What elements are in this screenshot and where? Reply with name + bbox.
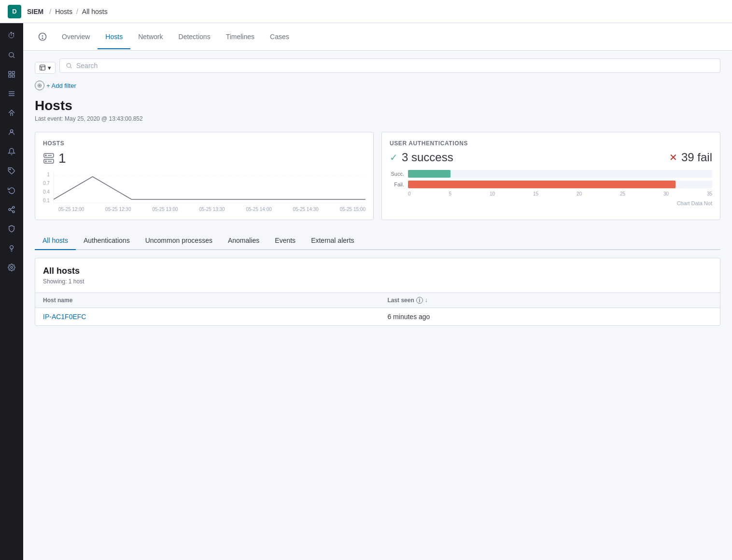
- sidebar-user-icon[interactable]: [3, 124, 20, 141]
- section-tabs: All hosts Authentications Uncommon proce…: [35, 232, 720, 250]
- hosts-table: Host name Last seen i ↓: [35, 293, 720, 325]
- sidebar-list-icon[interactable]: [3, 85, 20, 102]
- bar-row-fail: Fail.: [390, 181, 712, 188]
- tab-events[interactable]: Events: [267, 232, 303, 250]
- search-bar: [59, 58, 720, 73]
- tab-hosts[interactable]: Hosts: [98, 25, 130, 49]
- tab-uncommon-processes[interactable]: Uncommon processes: [138, 232, 220, 250]
- svg-point-28: [45, 161, 46, 162]
- sidebar-dashboard-icon[interactable]: [3, 66, 20, 83]
- svg-line-14: [11, 210, 13, 211]
- nav-tabs: Overview Hosts Network Detections Timeli…: [23, 23, 732, 51]
- sidebar-connect-icon[interactable]: [3, 201, 20, 218]
- svg-point-16: [10, 246, 14, 249]
- filter-icon[interactable]: ⊕: [35, 81, 44, 90]
- auth-fail: ✕ 39 fail: [669, 151, 712, 164]
- table-header-row: Host name Last seen i ↓: [35, 293, 720, 308]
- auth-card-title: User authentications: [390, 140, 712, 147]
- main-content: Overview Hosts Network Detections Timeli…: [23, 23, 732, 560]
- bar-row-success: Succ.: [390, 170, 712, 178]
- sidebar-clock-icon[interactable]: ⏱: [3, 27, 20, 44]
- hosts-line-chart: 1 0.7 0.4 0.1: [43, 172, 366, 212]
- host-name-cell: IP-AC1F0EFC: [35, 308, 380, 326]
- auth-stats: ✓ 3 success ✕ 39 fail: [390, 151, 712, 164]
- sidebar-bulb-icon[interactable]: [3, 239, 20, 257]
- sidebar: ⏱: [0, 23, 23, 560]
- auth-bar-chart: Succ. Fail. 0: [390, 170, 712, 196]
- hosts-stat-card: Hosts 1: [35, 132, 374, 220]
- tab-external-alerts[interactable]: External alerts: [303, 232, 362, 250]
- table-subtitle: Showing: 1 host: [43, 278, 712, 285]
- all-hosts-table-card: All hosts Showing: 1 host Host name: [35, 258, 720, 326]
- bar-fill-fail: [408, 181, 676, 188]
- nav-security-icon: [35, 23, 50, 50]
- svg-line-1: [13, 56, 14, 58]
- svg-point-0: [9, 53, 14, 57]
- breadcrumb-sep-1: /: [49, 8, 51, 15]
- app-logo: D: [8, 5, 21, 18]
- svg-line-24: [70, 67, 72, 69]
- auth-stat-card: User authentications ✓ 3 success ✕ 39 fa…: [381, 132, 720, 220]
- bar-x-labels: 0 5 10 15 20 25 30 35: [390, 191, 712, 196]
- sidebar-tag-icon[interactable]: [3, 162, 20, 180]
- top-bar: D SIEM / Hosts / All hosts: [0, 0, 732, 23]
- sidebar-bell-icon[interactable]: [3, 143, 20, 160]
- th-host-name: Host name: [35, 293, 380, 308]
- info-icon[interactable]: i: [416, 297, 423, 304]
- sidebar-search-icon[interactable]: [3, 46, 20, 64]
- tab-detections[interactable]: Detections: [171, 25, 218, 49]
- search-input[interactable]: [76, 62, 714, 70]
- table-title: All hosts: [43, 266, 712, 276]
- breadcrumb-all-hosts: All hosts: [82, 8, 108, 15]
- hosts-card-title: Hosts: [43, 140, 366, 147]
- svg-point-12: [9, 209, 11, 210]
- tab-authentications[interactable]: Authentications: [76, 232, 138, 250]
- svg-point-17: [11, 266, 13, 268]
- bar-label-fail: Fail.: [390, 182, 404, 187]
- breadcrumb-hosts[interactable]: Hosts: [55, 8, 72, 15]
- tab-network[interactable]: Network: [130, 25, 170, 49]
- sort-down-icon[interactable]: ↓: [425, 297, 428, 304]
- host-link[interactable]: IP-AC1F0EFC: [43, 313, 86, 321]
- sidebar-refresh-icon[interactable]: [3, 182, 20, 199]
- sidebar-home-icon[interactable]: [3, 104, 20, 122]
- last-seen-cell: 6 minutes ago: [380, 308, 720, 326]
- chart-not-available: Chart Data Not: [390, 200, 712, 206]
- sidebar-shield-icon[interactable]: [3, 220, 20, 238]
- tab-overview[interactable]: Overview: [54, 25, 98, 49]
- filter-bar: ⊕ + Add filter: [35, 81, 720, 90]
- field-selector[interactable]: ▾: [35, 62, 56, 74]
- sidebar-settings-icon[interactable]: [3, 259, 20, 276]
- table-row: IP-AC1F0EFC 6 minutes ago: [35, 308, 720, 326]
- svg-line-15: [11, 208, 13, 209]
- tab-all-hosts[interactable]: All hosts: [35, 232, 76, 250]
- brand-name: SIEM: [27, 8, 43, 15]
- svg-point-19: [42, 38, 43, 39]
- last-event: Last event: May 25, 2020 @ 13:43:00.852: [35, 115, 720, 122]
- auth-success: ✓ 3 success: [390, 151, 453, 164]
- svg-rect-2: [9, 71, 11, 74]
- field-selector-chevron: ▾: [48, 64, 51, 71]
- svg-point-9: [10, 130, 13, 132]
- bar-track-success: [408, 170, 712, 178]
- tab-anomalies[interactable]: Anomalies: [220, 232, 267, 250]
- stats-row: Hosts 1: [35, 132, 720, 220]
- bar-label-success: Succ.: [390, 171, 404, 177]
- svg-point-10: [10, 169, 11, 170]
- th-last-seen: Last seen i ↓: [380, 293, 720, 308]
- svg-rect-5: [12, 75, 14, 77]
- tab-timelines[interactable]: Timelines: [218, 25, 262, 49]
- check-icon: ✓: [390, 152, 398, 163]
- table-card-header: All hosts Showing: 1 host: [35, 258, 720, 293]
- svg-point-13: [13, 211, 14, 213]
- svg-rect-3: [12, 71, 14, 74]
- tab-cases[interactable]: Cases: [262, 25, 297, 49]
- svg-point-27: [45, 155, 46, 156]
- bar-track-fail: [408, 181, 712, 188]
- svg-rect-4: [9, 75, 11, 77]
- add-filter-button[interactable]: + Add filter: [46, 82, 76, 89]
- page-title: Hosts: [35, 98, 720, 113]
- breadcrumb-sep-2: /: [76, 8, 78, 15]
- x-icon: ✕: [669, 152, 677, 163]
- bar-fill-success: [408, 170, 450, 178]
